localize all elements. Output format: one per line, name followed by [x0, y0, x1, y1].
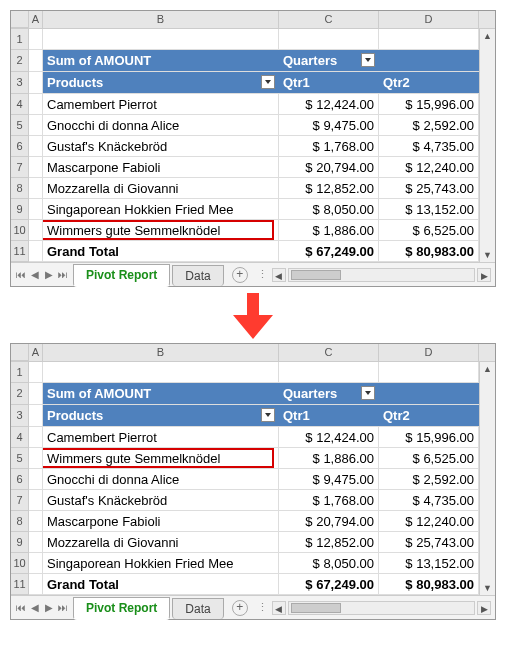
highlighted-row: Wimmers gute Semmelknödel	[43, 220, 279, 240]
pivot-row-field: Products	[47, 405, 103, 426]
grid-body: Sum of AMOUNT Quarters Products Qtr1 Qtr…	[29, 362, 479, 595]
row-header[interactable]: 3	[11, 72, 29, 94]
row-headers: 1 2 3 4 5 6 7 8 9 10 11	[11, 362, 29, 595]
table-row[interactable]: Camembert Pierrot$ 12,424.00$ 15,996.00	[29, 94, 479, 115]
scroll-down-icon[interactable]: ▼	[480, 581, 495, 595]
tab-splitter[interactable]: ⋮	[254, 268, 272, 281]
row-header[interactable]: 9	[11, 199, 29, 220]
hscroll-track[interactable]	[288, 601, 475, 615]
quarters-dropdown-icon[interactable]	[361, 386, 375, 400]
scroll-right-icon[interactable]: ▶	[477, 601, 491, 615]
row-header[interactable]: 3	[11, 405, 29, 427]
table-row[interactable]: Gnocchi di donna Alice$ 9,475.00$ 2,592.…	[29, 115, 479, 136]
table-row[interactable]: Singaporean Hokkien Fried Mee$ 8,050.00$…	[29, 553, 479, 574]
tab-nav-last-icon[interactable]: ⏭	[57, 268, 69, 282]
select-all-corner[interactable]	[11, 344, 29, 361]
pivot-measure-label: Sum of AMOUNT	[43, 50, 279, 71]
add-sheet-button[interactable]: +	[232, 600, 248, 616]
grid-body: Sum of AMOUNT Quarters Products Qtr1 Qtr…	[29, 29, 479, 262]
pivot-col-field: Quarters	[283, 50, 337, 71]
col-qtr2: Qtr2	[379, 405, 479, 426]
scroll-right-icon[interactable]: ▶	[477, 268, 491, 282]
scroll-left-icon[interactable]: ◀	[272, 268, 286, 282]
col-header-D[interactable]: D	[379, 11, 479, 28]
row-header[interactable]: 2	[11, 50, 29, 72]
scroll-up-icon[interactable]: ▲	[480, 362, 495, 376]
col-qtr1: Qtr1	[279, 405, 379, 426]
col-header-D[interactable]: D	[379, 344, 479, 361]
row-header[interactable]: 10	[11, 553, 29, 574]
table-row[interactable]: Gustaf's Knäckebröd$ 1,768.00$ 4,735.00	[29, 490, 479, 511]
tab-nav-prev-icon[interactable]: ◀	[29, 601, 41, 615]
table-row[interactable]: Wimmers gute Semmelknödel$ 1,886.00$ 6,5…	[29, 448, 479, 469]
row-header[interactable]: 9	[11, 532, 29, 553]
sheet-tab-data[interactable]: Data	[172, 265, 223, 286]
row-header[interactable]: 6	[11, 469, 29, 490]
sheet-tab-bar: ⏮ ◀ ▶ ⏭ Pivot Report Data + ⋮ ◀ ▶	[11, 595, 495, 619]
grand-total-row[interactable]: Grand Total$ 67,249.00$ 80,983.00	[29, 241, 479, 262]
col-header-B[interactable]: B	[43, 11, 279, 28]
row-header[interactable]: 1	[11, 362, 29, 383]
tab-splitter[interactable]: ⋮	[254, 601, 272, 614]
row-header[interactable]: 6	[11, 136, 29, 157]
table-row[interactable]: Mozzarella di Giovanni$ 12,852.00$ 25,74…	[29, 532, 479, 553]
quarters-dropdown-icon[interactable]	[361, 53, 375, 67]
col-header-A[interactable]: A	[29, 344, 43, 361]
sheet-tab-pivot-report[interactable]: Pivot Report	[73, 597, 170, 620]
scroll-left-icon[interactable]: ◀	[272, 601, 286, 615]
table-row[interactable]: Singaporean Hokkien Fried Mee$ 8,050.00$…	[29, 199, 479, 220]
horizontal-scrollbar[interactable]: ◀ ▶	[272, 601, 495, 615]
table-row[interactable]: Wimmers gute Semmelknödel$ 1,886.00$ 6,5…	[29, 220, 479, 241]
tab-nav-next-icon[interactable]: ▶	[43, 268, 55, 282]
col-header-B[interactable]: B	[43, 344, 279, 361]
horizontal-scrollbar[interactable]: ◀ ▶	[272, 268, 495, 282]
grand-total-row[interactable]: Grand Total$ 67,249.00$ 80,983.00	[29, 574, 479, 595]
vertical-scrollbar[interactable]: ▲ ▼	[479, 362, 495, 595]
products-dropdown-icon[interactable]	[261, 408, 275, 422]
col-header-C[interactable]: C	[279, 11, 379, 28]
table-row[interactable]: Camembert Pierrot$ 12,424.00$ 15,996.00	[29, 427, 479, 448]
row-header[interactable]: 4	[11, 94, 29, 115]
row-headers: 1 2 3 4 5 6 7 8 9 10 11	[11, 29, 29, 262]
row-header[interactable]: 5	[11, 115, 29, 136]
table-row[interactable]: Gnocchi di donna Alice$ 9,475.00$ 2,592.…	[29, 469, 479, 490]
row-header[interactable]: 11	[11, 574, 29, 595]
add-sheet-button[interactable]: +	[232, 267, 248, 283]
row-header[interactable]: 2	[11, 383, 29, 405]
vertical-scrollbar[interactable]: ▲ ▼	[479, 29, 495, 262]
tab-nav-next-icon[interactable]: ▶	[43, 601, 55, 615]
sheet-tab-pivot-report[interactable]: Pivot Report	[73, 264, 170, 287]
col-header-C[interactable]: C	[279, 344, 379, 361]
row-header[interactable]: 7	[11, 157, 29, 178]
scroll-down-icon[interactable]: ▼	[480, 248, 495, 262]
hscroll-track[interactable]	[288, 268, 475, 282]
pivot-measure-label: Sum of AMOUNT	[43, 383, 279, 404]
row-header[interactable]: 5	[11, 448, 29, 469]
table-row[interactable]: Gustaf's Knäckebröd$ 1,768.00$ 4,735.00	[29, 136, 479, 157]
row-header[interactable]: 8	[11, 178, 29, 199]
tab-nav-first-icon[interactable]: ⏮	[15, 268, 27, 282]
row-header[interactable]: 8	[11, 511, 29, 532]
table-row[interactable]: Mascarpone Fabioli$ 20,794.00$ 12,240.00	[29, 157, 479, 178]
transition-arrow-icon	[10, 287, 496, 343]
sheet-tab-bar: ⏮ ◀ ▶ ⏭ Pivot Report Data + ⋮ ◀ ▶	[11, 262, 495, 286]
sheet-tab-data[interactable]: Data	[172, 598, 223, 619]
row-header[interactable]: 11	[11, 241, 29, 262]
row-header[interactable]: 1	[11, 29, 29, 50]
column-headers: A B C D	[11, 344, 495, 362]
column-headers: A B C D	[11, 11, 495, 29]
col-header-A[interactable]: A	[29, 11, 43, 28]
row-header[interactable]: 10	[11, 220, 29, 241]
hscroll-thumb[interactable]	[291, 270, 341, 280]
select-all-corner[interactable]	[11, 11, 29, 28]
hscroll-thumb[interactable]	[291, 603, 341, 613]
table-row[interactable]: Mascarpone Fabioli$ 20,794.00$ 12,240.00	[29, 511, 479, 532]
products-dropdown-icon[interactable]	[261, 75, 275, 89]
row-header[interactable]: 4	[11, 427, 29, 448]
tab-nav-first-icon[interactable]: ⏮	[15, 601, 27, 615]
scroll-up-icon[interactable]: ▲	[480, 29, 495, 43]
row-header[interactable]: 7	[11, 490, 29, 511]
tab-nav-prev-icon[interactable]: ◀	[29, 268, 41, 282]
table-row[interactable]: Mozzarella di Giovanni$ 12,852.00$ 25,74…	[29, 178, 479, 199]
tab-nav-last-icon[interactable]: ⏭	[57, 601, 69, 615]
